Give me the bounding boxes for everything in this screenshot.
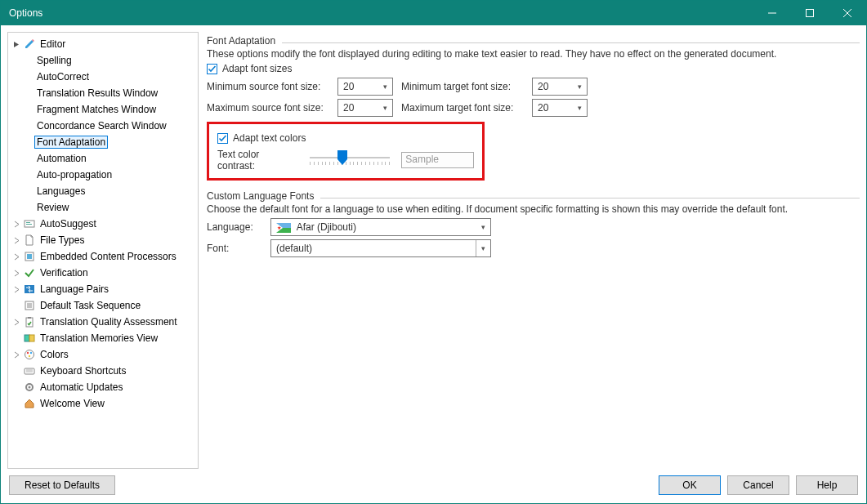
tree-item-editor[interactable]: Editor bbox=[10, 36, 196, 52]
min-source-label: Minimum source font size: bbox=[207, 81, 329, 92]
expand-icon[interactable] bbox=[11, 235, 21, 245]
svg-point-26 bbox=[29, 386, 31, 389]
palette-icon bbox=[23, 349, 36, 360]
tree-item-auto-updates[interactable]: Automatic Updates bbox=[10, 379, 196, 395]
embedded-icon bbox=[23, 251, 36, 262]
language-select[interactable]: ★ Afar (Djibouti) ▾ bbox=[270, 218, 491, 236]
tree-item-spelling[interactable]: Spelling bbox=[10, 52, 196, 69]
group-title: Font Adaptation bbox=[207, 35, 275, 47]
tree-item-colors[interactable]: Colors bbox=[10, 346, 196, 363]
max-target-label: Maximum target font size: bbox=[401, 102, 524, 114]
tree-item-languages[interactable]: Languages bbox=[10, 183, 196, 199]
language-label: Language: bbox=[207, 221, 262, 233]
expand-icon[interactable] bbox=[11, 268, 21, 278]
adapt-text-colors-checkbox[interactable]: Adapt text colors bbox=[217, 132, 474, 144]
tree-item-language-pairs[interactable]: Language Pairs bbox=[10, 281, 196, 297]
tree-item-auto-propagation[interactable]: Auto-propagation bbox=[10, 167, 196, 183]
window-body: Editor Spelling AutoCorrect Translation … bbox=[1, 25, 866, 503]
ok-button[interactable]: OK bbox=[659, 475, 721, 495]
autosuggest-icon bbox=[23, 218, 36, 230]
options-window: Options Editor bbox=[0, 0, 867, 504]
tree-item-fragment-matches[interactable]: Fragment Matches Window bbox=[10, 101, 196, 118]
tm-icon bbox=[23, 332, 36, 344]
min-target-select[interactable]: 20 ▾ bbox=[532, 78, 588, 96]
checkbox-checked-icon bbox=[207, 64, 217, 74]
check-icon bbox=[23, 267, 36, 279]
max-source-select[interactable]: 20 ▾ bbox=[337, 99, 393, 117]
checkbox-label: Adapt text colors bbox=[233, 132, 306, 144]
group-desc: Choose the default font for a language t… bbox=[207, 203, 860, 215]
slider-thumb-icon bbox=[337, 150, 347, 165]
expand-icon[interactable] bbox=[11, 350, 21, 359]
expand-icon[interactable] bbox=[11, 284, 21, 294]
chevron-down-icon: ▾ bbox=[572, 100, 587, 116]
file-icon bbox=[23, 234, 36, 246]
chevron-down-icon: ▾ bbox=[378, 100, 392, 116]
tree-item-embedded[interactable]: Embedded Content Processors bbox=[10, 248, 196, 265]
tree-item-file-types[interactable]: File Types bbox=[10, 232, 196, 248]
sample-preview: Sample bbox=[401, 152, 474, 168]
svg-point-18 bbox=[25, 350, 34, 359]
font-select[interactable]: (default) ▾ bbox=[270, 239, 491, 257]
checkbox-checked-icon bbox=[217, 133, 228, 144]
button-bar: Reset to Defaults OK Cancel Help bbox=[7, 469, 860, 497]
content-panel: Font Adaptation These options modify the… bbox=[207, 32, 860, 469]
svg-rect-17 bbox=[29, 335, 34, 341]
reset-defaults-button[interactable]: Reset to Defaults bbox=[9, 475, 115, 495]
tree-item-autocorrect[interactable]: AutoCorrect bbox=[10, 69, 196, 85]
svg-point-19 bbox=[27, 352, 29, 354]
close-button[interactable] bbox=[829, 1, 866, 25]
tree-item-font-adaptation[interactable]: Font Adaptation bbox=[10, 134, 196, 150]
tree-item-automation[interactable]: Automation bbox=[10, 150, 196, 167]
options-tree[interactable]: Editor Spelling AutoCorrect Translation … bbox=[7, 32, 199, 469]
highlighted-region: Adapt text colors Text color contrast: bbox=[207, 122, 485, 181]
max-source-label: Maximum source font size: bbox=[207, 102, 329, 114]
window-title: Options bbox=[9, 7, 753, 19]
min-target-label: Minimum target font size: bbox=[401, 81, 524, 92]
svg-rect-16 bbox=[25, 335, 29, 341]
expand-icon[interactable] bbox=[11, 317, 21, 327]
tree-item-keyboard[interactable]: Keyboard Shortcuts bbox=[10, 363, 196, 379]
max-target-select[interactable]: 20 ▾ bbox=[532, 99, 588, 117]
svg-rect-8 bbox=[27, 254, 32, 259]
font-adaptation-group: Font Adaptation These options modify the… bbox=[207, 35, 860, 181]
svg-rect-6 bbox=[26, 224, 32, 225]
chevron-down-icon: ▾ bbox=[476, 240, 490, 256]
collapse-icon[interactable] bbox=[11, 39, 21, 49]
min-source-select[interactable]: 20 ▾ bbox=[337, 78, 393, 96]
svg-point-20 bbox=[30, 352, 32, 354]
tree-item-tqa[interactable]: Translation Quality Assessment bbox=[10, 314, 196, 330]
list-icon bbox=[23, 300, 36, 311]
gear-icon bbox=[23, 381, 36, 393]
tree-item-concordance[interactable]: Concordance Search Window bbox=[10, 118, 196, 134]
tree-item-default-task[interactable]: Default Task Sequence bbox=[10, 297, 196, 314]
expand-icon[interactable] bbox=[11, 252, 21, 261]
home-icon bbox=[23, 398, 36, 409]
expand-icon[interactable] bbox=[11, 219, 21, 229]
tree-item-tm-view[interactable]: Translation Memories View bbox=[10, 330, 196, 346]
chevron-down-icon: ▾ bbox=[572, 78, 587, 95]
svg-rect-14 bbox=[26, 318, 33, 327]
tree-item-welcome[interactable]: Welcome View bbox=[10, 395, 196, 412]
arrows-icon bbox=[23, 283, 36, 295]
keyboard-icon bbox=[23, 365, 36, 377]
help-button[interactable]: Help bbox=[796, 475, 858, 495]
chevron-down-icon: ▾ bbox=[476, 219, 490, 235]
maximize-button[interactable] bbox=[791, 1, 829, 25]
tree-item-review[interactable]: Review bbox=[10, 199, 196, 216]
cancel-button[interactable]: Cancel bbox=[727, 475, 789, 495]
svg-point-21 bbox=[29, 355, 30, 357]
group-title: Custom Language Fonts bbox=[207, 190, 314, 202]
tree-item-verification[interactable]: Verification bbox=[10, 265, 196, 281]
tree-label: Editor bbox=[38, 38, 68, 51]
pencil-icon bbox=[23, 38, 36, 50]
contrast-slider[interactable] bbox=[310, 150, 390, 170]
custom-language-fonts-group: Custom Language Fonts Choose the default… bbox=[207, 190, 860, 261]
svg-rect-1 bbox=[807, 10, 814, 17]
tree-item-translation-results[interactable]: Translation Results Window bbox=[10, 85, 196, 101]
minimize-button[interactable] bbox=[753, 1, 791, 25]
group-desc: These options modify the font displayed … bbox=[207, 48, 860, 60]
tree-item-autosuggest[interactable]: AutoSuggest bbox=[10, 216, 196, 232]
adapt-font-sizes-checkbox[interactable]: Adapt font sizes bbox=[207, 63, 860, 74]
checkbox-label: Adapt font sizes bbox=[222, 63, 292, 74]
